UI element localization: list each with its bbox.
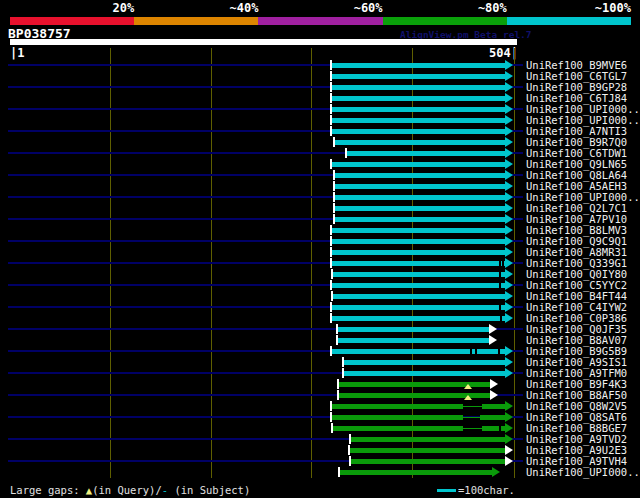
alignment-arrowhead-icon [490,379,498,389]
gap-tick [499,426,501,431]
alignment-bar[interactable] [333,294,505,299]
alignment-arrowhead-icon [505,148,513,158]
alignment-arrowhead-icon [505,126,513,136]
gap-tick [499,272,501,277]
alignment-bar[interactable] [332,107,505,112]
alignment-bar[interactable] [338,327,489,332]
alignment-arrowhead-icon [505,214,513,224]
identity-scale-segment [383,17,507,25]
alignment-bar[interactable] [332,404,463,409]
alignment-arrowhead-icon [505,313,513,323]
alignment-bar[interactable] [332,162,505,167]
alignment-bar[interactable] [332,96,505,101]
alignment-bar[interactable] [480,415,505,420]
alignment-arrowhead-icon [505,247,513,257]
alignment-bar[interactable] [333,272,505,277]
alignment-bar[interactable] [335,140,505,145]
gap-legend: Large gaps: ▲(in Query)/- (in Subject) [10,485,250,496]
alignment-bar[interactable] [482,426,505,431]
alignment-arrowhead-icon [505,82,513,92]
alignment-bar[interactable] [344,371,505,376]
alignment-bar[interactable] [335,184,505,189]
gap-tick [499,261,501,266]
identity-scale-segment [258,17,382,25]
alignment-arrowhead-icon [505,445,513,455]
alignment-bar[interactable] [350,448,505,453]
alignment-bar[interactable] [332,63,505,68]
alignment-bar[interactable] [332,228,505,233]
gap-legend-label: Large gaps: [10,484,86,496]
alignment-bar[interactable] [347,151,505,156]
alignment-arrowhead-icon [505,269,513,279]
alignment-arrowhead-icon [505,368,513,378]
alignment-bar[interactable] [335,217,505,222]
alignment-arrowhead-icon [505,159,513,169]
alignment-arrowhead-icon [505,401,513,411]
alignment-bar[interactable] [351,437,505,442]
alignment-bar[interactable] [332,250,505,255]
alignment-bar[interactable] [332,85,505,90]
alignment-arrowhead-icon [489,335,497,345]
alignment-bar[interactable] [332,283,505,288]
alignment-bar[interactable] [482,404,505,409]
alignment-arrowhead-icon [505,60,513,70]
alignment-arrowhead-icon [505,71,513,81]
query-sequence-bar [10,39,517,45]
gap-legend-query-text: (in Query)/ [92,484,162,496]
identity-scale-segment [507,17,631,25]
gap-tick [475,349,477,354]
alignment-bar[interactable] [332,305,505,310]
alignment-arrowhead-icon [505,170,513,180]
alignment-bar[interactable] [333,426,463,431]
alignment-bar[interactable] [351,459,505,464]
alignment-arrowhead-icon [505,346,513,356]
alignment-bar[interactable] [344,360,505,365]
alignment-arrowhead-icon [489,324,497,334]
large-gap-triangle-icon [464,395,472,400]
alignment-arrowhead-icon [505,423,513,433]
alignment-bar[interactable] [332,261,505,266]
alignment-arrowhead-icon [505,456,513,466]
alignment-bar[interactable] [335,206,505,211]
alignment-gap-line [463,428,482,429]
identity-scale-segment [10,17,134,25]
alignment-bar[interactable] [332,239,505,244]
alignment-gap-line [463,417,480,418]
gap-tick [470,349,472,354]
alignment-bar[interactable] [332,415,463,420]
alignment-bar[interactable] [332,129,505,134]
unit-scale-line-icon [437,489,456,492]
alignment-arrowhead-icon [490,390,498,400]
alignment-bar[interactable] [332,118,505,123]
alignment-arrowhead-icon [505,302,513,312]
alignment-bar[interactable] [338,338,489,343]
alignment-arrowhead-icon [505,137,513,147]
alignment-arrowhead-icon [492,467,500,477]
gap-tick [499,305,501,310]
large-gap-triangle-icon [464,384,472,389]
alignment-arrowhead-icon [505,357,513,367]
alignment-bar[interactable] [335,195,505,200]
identity-scale-segment [134,17,258,25]
alignment-bar[interactable] [332,349,505,354]
alignview-overview: 20%~40%~60%~80%~100% BP038757 AlignView.… [0,0,640,498]
ruler-start-label: |1 [10,47,24,60]
alignment-bar[interactable] [335,173,505,178]
alignment-bar[interactable] [332,74,505,79]
alignment-arrowhead-icon [505,258,513,268]
alignment-arrowhead-icon [505,280,513,290]
unit-scale-label: =100char. [458,485,515,496]
alignment-bar[interactable] [332,316,505,321]
ruler-end-label: 504| [460,47,518,60]
identity-scale-tick-label: ~100% [447,2,631,15]
alignment-bar[interactable] [340,470,492,475]
alignment-arrowhead-icon [505,291,513,301]
gap-legend-subject-text: (in Subject) [168,484,250,496]
gap-tick [499,283,501,288]
alignment-arrowhead-icon [505,225,513,235]
alignment-arrowhead-icon [505,181,513,191]
hit-label[interactable]: UniRef100_UPI000.. [526,467,640,478]
gap-tick [502,261,504,266]
alignment-arrowhead-icon [505,412,513,422]
alignment-arrowhead-icon [505,104,513,114]
